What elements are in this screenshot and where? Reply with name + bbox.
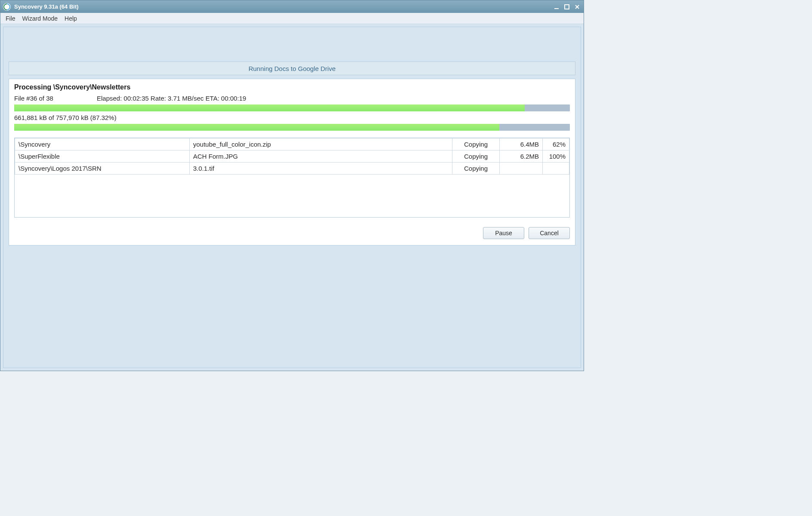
file-path: \Syncovery [15,138,190,150]
table-row: \Syncovery\Logos 2017\SRN3.0.1.tifCopyin… [15,163,569,175]
file-status: Copying [452,150,500,163]
file-name: ACH Form.JPG [190,150,452,163]
file-name: youtube_full_color_icon.zip [190,138,452,150]
file-percent: 62% [543,138,569,150]
app-icon [3,3,11,11]
file-size: 6.2MB [500,150,543,163]
bytes-progress-label: 661,881 kB of 757,970 kB (87.32%) [14,114,570,121]
file-counter: File #36 of 38 [14,95,97,102]
maximize-button[interactable] [562,3,572,11]
outer-panel: Running Docs to Google Drive Processing … [3,27,581,368]
table-row: \Syncoveryyoutube_full_color_icon.zipCop… [15,138,569,150]
menu-wizard-mode[interactable]: Wizard Mode [19,14,61,23]
file-percent: 100% [543,150,569,163]
files-panel: \Syncoveryyoutube_full_color_icon.zipCop… [14,138,570,218]
job-header: Running Docs to Google Drive [9,61,575,75]
elapsed-rate-eta: Elapsed: 00:02:35 Rate: 3.71 MB/sec ETA:… [97,95,246,102]
titlebar[interactable]: Syncovery 9.31a (64 Bit) [0,0,584,13]
table-row: \SuperFlexibleACH Form.JPGCopying6.2MB10… [15,150,569,163]
menubar: File Wizard Mode Help [0,13,584,24]
overall-progress-bar [14,104,570,111]
client-area: Running Docs to Google Drive Processing … [0,24,584,371]
file-path: \SuperFlexible [15,150,190,163]
file-percent [543,163,569,175]
job-title: Running Docs to Google Drive [249,65,336,72]
cancel-button[interactable]: Cancel [529,227,570,239]
bytes-progress-fill [14,124,499,131]
file-status: Copying [452,138,500,150]
application-window: Syncovery 9.31a (64 Bit) File Wizard Mod… [0,0,584,371]
progress-panel: Processing \Syncovery\Newsletters File #… [9,79,575,246]
overall-progress-fill [14,104,525,111]
bytes-progress-bar [14,124,570,131]
close-button[interactable] [572,3,582,11]
pause-button[interactable]: Pause [483,227,524,239]
button-row: Pause Cancel [14,227,570,239]
file-size: 6.4MB [500,138,543,150]
file-status: Copying [452,163,500,175]
file-size [500,163,543,175]
svg-rect-1 [565,5,569,9]
menu-file[interactable]: File [2,14,19,23]
menu-help[interactable]: Help [61,14,80,23]
stats-line: File #36 of 38 Elapsed: 00:02:35 Rate: 3… [14,95,570,102]
files-table: \Syncoveryyoutube_full_color_icon.zipCop… [15,138,569,175]
processing-path: Processing \Syncovery\Newsletters [14,83,570,91]
file-name: 3.0.1.tif [190,163,452,175]
window-title: Syncovery 9.31a (64 Bit) [14,3,551,10]
minimize-button[interactable] [552,3,561,11]
file-path: \Syncovery\Logos 2017\SRN [15,163,190,175]
